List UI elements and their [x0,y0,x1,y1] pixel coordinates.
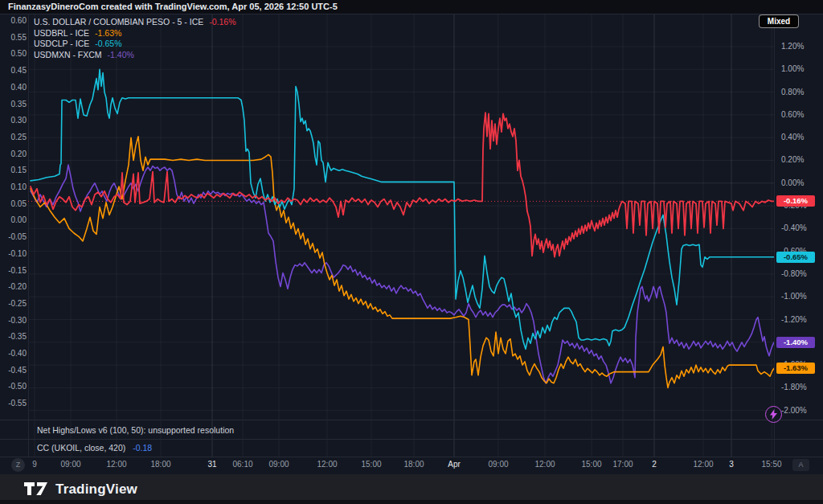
left-axis-tick: -0.55 [2,399,27,408]
legend-row-1[interactable]: USDBRL - ICE-1.63% [34,28,236,39]
chart-title-bar: FinanzasyDineroCom created with TradingV… [0,0,823,14]
legend-symbol-label: U.S. DOLLAR / COLOMBIAN PESO - 5 - ICE [34,17,203,27]
legend-row-2[interactable]: USDCLP - ICE-0.65% [34,39,236,50]
indicator-row-net-highs-lows[interactable]: Net Highs/Lows v6 (100, 50): unsupported… [37,425,234,435]
time-axis-tick: 3 [729,460,734,469]
right-axis-tick: -1.80% [781,383,807,391]
timezone-label: Z [16,461,21,469]
time-axis-tick: 15:50 [761,460,781,469]
time-axis-tick: 12:00 [534,460,555,469]
indicator-label: Net Highs/Lows v6 (100, 50): unsupported… [37,425,234,435]
time-axis-tick: 18:00 [403,460,424,469]
time-axis-tick: 17:00 [612,460,633,469]
tradingview-logo[interactable]: TradingView [0,481,137,498]
chart-canvas[interactable] [0,0,823,474]
footer-strip [0,500,823,504]
time-axis-tick: 09:00 [60,460,80,469]
auto-scale-label: A [798,461,803,469]
time-axis-tick: 15:00 [581,460,601,469]
left-axis-tick: -0.20 [2,282,27,291]
legend: U.S. DOLLAR / COLOMBIAN PESO - 5 - ICE-0… [34,17,236,60]
legend-symbol-label: USDMXN - FXCM [34,50,102,59]
left-axis-tick: 0.40 [2,83,27,92]
right-axis-tick: 0.80% [781,88,804,96]
time-axis-tick: 06:10 [232,460,252,469]
price-badge: -1.40% [776,337,815,348]
legend-row-0[interactable]: U.S. DOLLAR / COLOMBIAN PESO - 5 - ICE-0… [34,17,236,28]
legend-change-value: -0.65% [95,39,121,48]
left-axis-tick: -0.50 [2,382,27,391]
left-axis-tick: 0.35 [2,100,27,109]
indicator-label: CC (UKOIL, close, 420) [37,443,125,453]
left-axis-tick: 0.15 [2,166,27,174]
left-axis-tick: -0.10 [2,249,27,258]
left-axis-tick: 0.25 [2,133,27,141]
time-axis-tick: Apr [448,460,461,469]
legend-change-value: -1.63% [95,28,121,38]
right-axis-tick: 0.20% [781,155,804,164]
left-axis-tick: 0.10 [2,182,27,191]
right-axis-tick: 0.40% [781,133,804,141]
page-title: FinanzasyDineroCom created with TradingV… [8,2,338,11]
time-axis-tick: 12:00 [106,460,126,469]
right-axis-tick: -1.20% [781,315,807,324]
left-axis-tick: 0.60 [2,16,27,25]
price-badge: -0.16% [776,195,815,207]
time-axis-tick: 31 [207,460,216,469]
tradingview-mark-icon [24,482,48,496]
right-axis-tick: 0.00% [781,178,804,187]
legend-change-value: -1.40% [108,50,134,59]
lightning-bolt-icon [769,409,778,420]
left-axis-tick: -0.40 [2,349,27,358]
left-axis-tick: 0.45 [2,66,27,75]
left-axis-tick: -0.45 [2,366,27,375]
timezone-button[interactable]: Z [11,458,25,472]
tradingview-wordmark: TradingView [55,481,137,498]
left-axis-tick: 0.30 [2,116,27,125]
left-axis-tick: 0.50 [2,49,27,58]
auto-scale-button[interactable]: A [792,459,809,471]
legend-change-value: -0.16% [209,17,235,27]
left-axis-tick: 0.00 [2,215,27,224]
price-badge: -1.63% [776,363,815,374]
indicator-value: -0.18 [133,443,152,453]
time-axis-tick: 09:00 [488,460,508,469]
time-axis-tick: 15:00 [361,460,381,469]
right-axis-tick: -0.40% [781,223,807,232]
legend-row-3[interactable]: USDMXN - FXCM-1.40% [34,50,236,61]
time-axis-tick: 12:00 [317,460,337,469]
right-axis-tick: 1.00% [781,64,804,73]
tradingview-chart-window: FinanzasyDineroCom created with TradingV… [0,0,823,504]
left-axis-tick: -0.05 [2,232,27,241]
time-axis-tick: 18:00 [150,460,170,469]
right-axis-tick: -2.00% [781,406,807,415]
time-axis-tick: 2 [652,460,657,469]
right-axis-tick: 0.60% [781,110,804,119]
right-axis-tick: -0.80% [781,269,807,278]
time-axis-tick: 9 [32,460,37,469]
price-badge: -0.65% [776,252,815,263]
flash-icon[interactable] [765,406,782,423]
status-badge-label: Mixed [768,17,790,26]
left-axis-tick: -0.25 [2,299,27,308]
time-axis-tick: 09:00 [268,460,289,469]
legend-symbol-label: USDCLP - ICE [34,39,89,48]
left-axis-tick: 0.20 [2,150,27,158]
right-axis-tick: 1.20% [781,42,804,51]
time-axis-tick: 12:00 [693,460,713,469]
indicator-row-cc-ukoil[interactable]: CC (UKOIL, close, 420) -0.18 [37,443,152,453]
status-badge[interactable]: Mixed [759,14,799,28]
legend-symbol-label: USDBRL - ICE [34,28,89,38]
left-axis-tick: -0.35 [2,332,27,341]
left-axis-tick: -0.15 [2,266,27,275]
left-axis-tick: -0.30 [2,316,27,325]
right-axis-tick: -1.00% [781,292,807,301]
left-axis-tick: 0.05 [2,199,27,208]
left-axis-tick: 0.55 [2,33,27,42]
